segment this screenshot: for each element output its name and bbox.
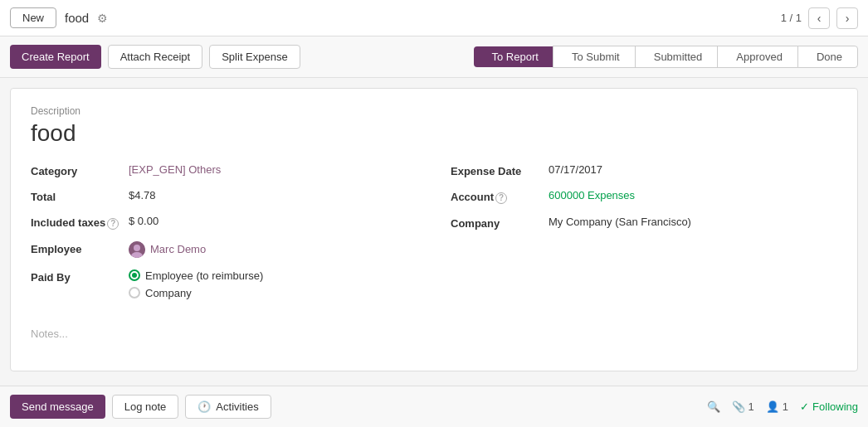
left-column: Category [EXP_GEN] Others Total $4.78 In… (31, 163, 417, 311)
form-section: Description food Category [EXP_GEN] Othe… (31, 105, 837, 340)
expense-date-value: 07/17/2017 (549, 163, 602, 176)
bottom-bar: Send message Log note 🕐 Activities 🔍 📎 1… (0, 386, 868, 427)
status-submitted[interactable]: Submitted (635, 46, 719, 68)
status-approved[interactable]: Approved (717, 46, 798, 68)
total-row: Total $4.78 (31, 189, 417, 203)
radio-company[interactable]: Company (129, 287, 263, 299)
total-label: Total (31, 189, 122, 203)
create-report-button[interactable]: Create Report (10, 45, 101, 69)
paid-by-options: Employee (to reimburse) Company (129, 269, 263, 299)
total-value: $4.78 (129, 189, 156, 201)
prev-button[interactable]: ‹ (808, 7, 830, 29)
notes-placeholder[interactable]: Notes... (31, 328, 68, 340)
check-icon: ✓ (800, 400, 809, 413)
paid-by-row: Paid By Employee (to reimburse) Company (31, 269, 417, 299)
attachment-count-value: 1 (749, 400, 754, 413)
search-icon-button[interactable]: 🔍 (707, 400, 720, 413)
company-row: Company My Company (San Francisco) (451, 216, 837, 230)
form-grid: Category [EXP_GEN] Others Total $4.78 In… (31, 163, 837, 311)
bottom-left: Send message Log note 🕐 Activities (10, 395, 271, 419)
top-bar: New food ⚙ 1 / 1 ‹ › (0, 0, 868, 36)
paperclip-icon: 📎 (732, 400, 745, 413)
log-note-button[interactable]: Log note (112, 395, 179, 419)
svg-point-1 (134, 245, 140, 251)
avatar (129, 241, 145, 258)
main-content: Description food Category [EXP_GEN] Othe… (10, 88, 858, 371)
included-taxes-label: Included taxes? (31, 215, 122, 230)
category-value[interactable]: [EXP_GEN] Others (129, 163, 221, 176)
radio-company-label: Company (145, 287, 192, 299)
employee-name[interactable]: Marc Demo (150, 243, 206, 255)
company-value: My Company (San Francisco) (549, 216, 691, 228)
record-title: food (65, 11, 89, 25)
employee-label: Employee (31, 241, 122, 255)
radio-company-circle (129, 287, 140, 298)
next-button[interactable]: › (836, 7, 858, 29)
status-done[interactable]: Done (797, 46, 858, 68)
top-bar-left: New food ⚙ (10, 7, 108, 28)
attachment-count[interactable]: 📎 1 (732, 400, 754, 413)
new-button[interactable]: New (10, 7, 56, 28)
attach-receipt-button[interactable]: Attach Receipt (108, 45, 203, 69)
taxes-help-icon[interactable]: ? (107, 218, 119, 230)
send-message-button[interactable]: Send message (10, 395, 105, 419)
radio-employee-circle (129, 269, 140, 281)
pagination: 1 / 1 (781, 12, 802, 24)
follower-count[interactable]: 👤 1 (766, 400, 788, 413)
account-row: Account? 600000 Expenses (451, 189, 837, 204)
bottom-right: 🔍 📎 1 👤 1 ✓ Following (707, 400, 858, 413)
person-icon: 👤 (766, 400, 779, 413)
split-expense-button[interactable]: Split Expense (209, 45, 300, 69)
category-label: Category (31, 163, 122, 177)
included-taxes-value: $ 0.00 (129, 215, 158, 227)
top-bar-right: 1 / 1 ‹ › (781, 7, 858, 29)
status-to-submit[interactable]: To Submit (553, 46, 636, 68)
paid-by-label: Paid By (31, 269, 122, 284)
radio-employee[interactable]: Employee (to reimburse) (129, 269, 263, 282)
expense-date-label: Expense Date (451, 163, 542, 177)
action-buttons: Create Report Attach Receipt Split Expen… (10, 45, 300, 69)
right-column: Expense Date 07/17/2017 Account? 600000 … (451, 163, 837, 311)
description-label: Description (31, 105, 837, 117)
action-bar: Create Report Attach Receipt Split Expen… (0, 36, 868, 78)
category-row: Category [EXP_GEN] Others (31, 163, 417, 177)
following-label: Following (812, 400, 858, 413)
expense-date-row: Expense Date 07/17/2017 (451, 163, 837, 177)
employee-row: Employee Marc Demo (31, 241, 417, 258)
account-label: Account? (451, 189, 542, 204)
radio-employee-label: Employee (to reimburse) (145, 269, 263, 282)
gear-icon[interactable]: ⚙ (97, 12, 108, 25)
company-label: Company (451, 216, 542, 230)
status-bar: To Report To Submit Submitted Approved D… (474, 46, 858, 68)
included-taxes-row: Included taxes? $ 0.00 (31, 215, 417, 230)
activities-label: Activities (216, 400, 258, 413)
account-value[interactable]: 600000 Expenses (549, 189, 635, 201)
status-to-report[interactable]: To Report (474, 46, 553, 67)
form-title: food (31, 120, 837, 147)
activities-button[interactable]: 🕐 Activities (185, 395, 271, 419)
follower-count-value: 1 (783, 400, 788, 413)
activities-clock-icon: 🕐 (197, 400, 211, 413)
account-help-icon[interactable]: ? (495, 192, 507, 204)
notes-area[interactable]: Notes... (31, 328, 837, 340)
following-button[interactable]: ✓ Following (800, 400, 858, 413)
